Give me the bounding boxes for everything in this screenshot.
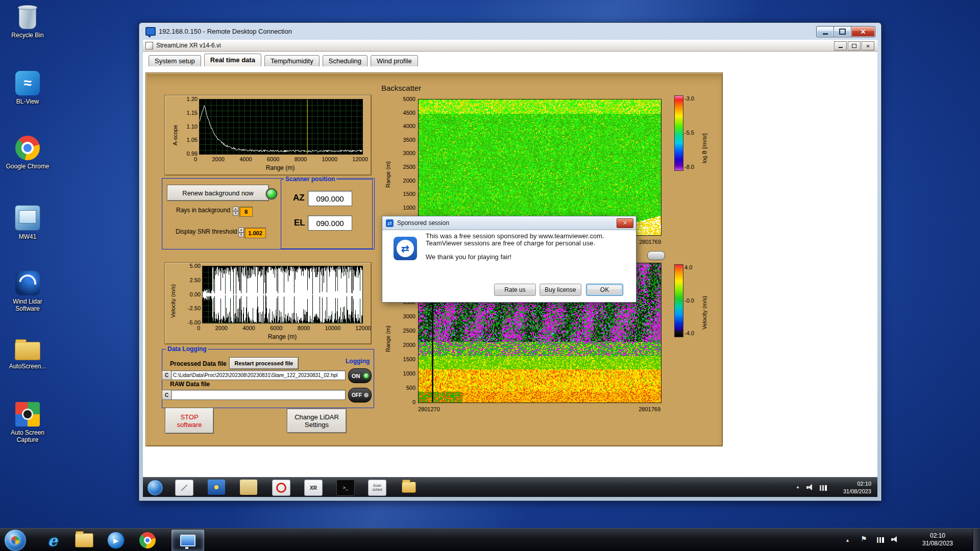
desktop-icon-bl-view[interactable]: ≈ BL-View — [1, 71, 54, 105]
axis-tick: 1.10 — [179, 123, 198, 130]
processed-path-row: C C:\Lidar\Data\Proc\2023\202308\2023083… — [162, 370, 346, 380]
buy-license-button[interactable]: Buy license — [540, 284, 581, 296]
renew-background-button[interactable]: Renew background now — [167, 185, 269, 201]
desktop-icon-google-chrome[interactable]: Google Chrome — [1, 136, 54, 170]
axis-tick: 6000 — [270, 325, 282, 331]
clock-date: 31/08/2023 — [910, 540, 966, 547]
snr-threshold-field[interactable]: 1.002 — [244, 228, 266, 238]
rdp-taskbar-button[interactable] — [172, 530, 204, 551]
app-titlebar: StreamLine XR v14-6.vi — [143, 40, 877, 52]
velocity-colorbar — [674, 264, 683, 337]
tab-real-time-data[interactable]: Real time data — [204, 54, 261, 66]
processed-data-file-field[interactable]: C:\Lidar\Data\Proc\2023\202308\20230831\… — [172, 370, 346, 380]
raw-path-row: C — [162, 390, 346, 400]
velocity-scope-widget: Velocity (m/s) 5.002.500.00-2.50-5.00 02… — [165, 263, 371, 344]
action-center-flag-icon[interactable]: ⚑ — [861, 535, 867, 543]
chrome-taskbar-icon[interactable] — [137, 530, 158, 550]
hidden-icons-chevron-icon[interactable]: ▲ — [845, 538, 850, 543]
toggle-label: ON — [352, 373, 360, 379]
app-restore-button[interactable] — [848, 41, 861, 51]
remote-start-button[interactable] — [147, 480, 163, 496]
desktop-icon-label: Recycle Bin — [1, 32, 54, 39]
console-icon[interactable]: >_ — [336, 480, 355, 496]
explorer-folder-icon[interactable] — [400, 480, 418, 495]
stop-software-button[interactable]: STOP software — [165, 408, 214, 434]
rdp-window: 192.168.0.150 - Remote Desktop Connectio… — [139, 22, 881, 501]
rate-us-button[interactable]: Rate us — [494, 284, 536, 296]
az-field[interactable]: 090.000 — [308, 191, 352, 206]
rays-in-background-field[interactable]: 8 — [239, 207, 253, 217]
desktop-icon-auto-screen-capture[interactable]: Auto Screen Capture — [1, 402, 54, 443]
velocity-scope-xticks: 020004000600080001000012000 — [197, 325, 371, 331]
scan-scheduler-icon[interactable]: Scan sched — [368, 480, 386, 496]
axis-tick: 3000 — [397, 150, 415, 156]
raw-logging-toggle[interactable]: OFF — [348, 388, 372, 403]
xr-app-icon[interactable]: XR — [304, 480, 323, 496]
stop-label: STOP — [180, 413, 198, 421]
blue-app-icon[interactable] — [208, 480, 225, 495]
axis-tick: 0 — [197, 325, 200, 331]
axis-tick: 0 — [397, 399, 415, 405]
show-desktop-button[interactable] — [973, 529, 980, 551]
network-icon[interactable] — [877, 537, 884, 543]
ok-button[interactable]: OK — [586, 284, 623, 296]
az-label: AZ — [293, 193, 305, 203]
dialog-close-button[interactable]: ✕ — [617, 218, 633, 228]
network-icon[interactable] — [820, 485, 827, 491]
hidden-icons-chevron-icon[interactable]: ▲ — [796, 485, 800, 489]
velocity-map-x-min: 2801270 — [418, 406, 440, 412]
desktop-icon-autoscreen[interactable]: AutoScreen... — [1, 337, 54, 370]
axis-tick: 12000 — [355, 325, 371, 331]
app-minimize-button[interactable] — [834, 41, 847, 51]
app-close-button[interactable]: ✕ — [862, 41, 874, 51]
volume-icon[interactable] — [806, 484, 815, 491]
axis-tick: 12000 — [352, 156, 368, 162]
pen-app-icon[interactable] — [175, 480, 193, 496]
axis-tick: -3.0 — [684, 95, 700, 102]
desktop-icon-recycle-bin[interactable]: Recycle Bin — [1, 5, 54, 39]
tab-scheduling[interactable]: Scheduling — [323, 55, 368, 66]
el-field[interactable]: 090.000 — [308, 215, 352, 231]
volume-icon[interactable] — [891, 536, 899, 543]
tab-system-setup[interactable]: System setup — [149, 55, 201, 66]
tray-clock[interactable]: 02:10 31/08/2023 — [910, 532, 966, 547]
backscatter-plot — [418, 99, 662, 236]
rays-spinner[interactable]: ▲▼ — [233, 207, 238, 216]
axis-tick: 2000 — [397, 178, 415, 184]
desktop-icon-mw41[interactable]: MW41 — [1, 205, 54, 240]
axis-tick: -4.0 — [684, 330, 700, 336]
processed-logging-toggle[interactable]: ON — [348, 368, 372, 383]
drive-button[interactable]: C — [162, 390, 172, 400]
screen-capture-icon — [15, 402, 40, 427]
data-logging-title: Data Logging — [166, 345, 208, 353]
media-player-icon[interactable]: ▶ — [105, 530, 127, 550]
axis-tick: 2000 — [212, 156, 224, 162]
power-off-icon[interactable] — [272, 480, 290, 496]
drive-button[interactable]: C — [162, 370, 172, 380]
backscatter-colorbar — [674, 95, 683, 171]
axis-tick: 8000 — [295, 156, 307, 162]
close-button[interactable]: ✕ — [851, 26, 875, 37]
folder-app-icon[interactable] — [240, 480, 257, 495]
a-scope-xlabel: Range (m) — [250, 164, 311, 171]
desktop-icon-wind-lidar[interactable]: Wind Lidar Software — [1, 271, 54, 312]
minimize-button[interactable] — [816, 26, 834, 37]
scanner-position-group — [281, 179, 373, 249]
maximize-button[interactable] — [834, 26, 851, 37]
remote-clock[interactable]: 02:10 31/08/2023 — [843, 480, 871, 495]
time-scroll-knob[interactable] — [647, 251, 665, 260]
restart-processed-file-button[interactable]: Restart processed file — [229, 357, 299, 369]
tab-temp-humidity[interactable]: Temp/humidity — [264, 55, 320, 66]
internet-explorer-icon[interactable]: e — [42, 530, 63, 550]
snr-spinner[interactable]: ▲▼ — [238, 228, 244, 237]
tab-wind-profile[interactable]: Wind profile — [371, 55, 418, 66]
change-lidar-settings-button[interactable]: Change LiDAR Settings — [287, 409, 347, 433]
windows-explorer-icon[interactable] — [74, 530, 95, 550]
dialog-text-line1: This was a free session sponsored by www… — [426, 232, 604, 240]
velocity-colorbar-ticks: 4.0-0.0-4.0 — [684, 264, 700, 336]
a-scope-yticks: 1.201.151.101.050.99 — [179, 96, 198, 157]
raw-data-file-field[interactable] — [172, 390, 346, 400]
rdp-icon — [145, 27, 156, 36]
start-button[interactable] — [4, 529, 27, 551]
clock-date: 31/08/2023 — [843, 488, 871, 495]
